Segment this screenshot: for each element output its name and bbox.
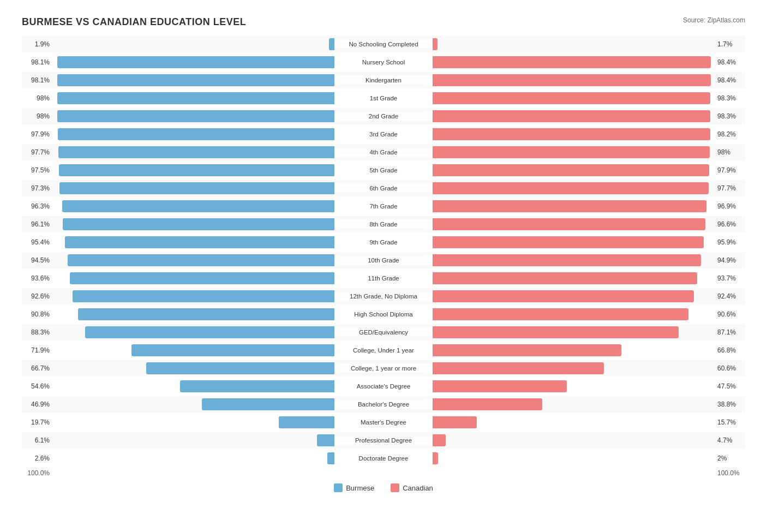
left-value: 97.7% — [22, 148, 52, 156]
right-bar — [433, 56, 711, 68]
bar-row: 97.3% 6th Grade 97.7% — [22, 180, 745, 196]
right-bar — [433, 416, 477, 428]
left-bar — [327, 452, 334, 464]
left-value: 96.1% — [22, 220, 52, 228]
left-value: 54.6% — [22, 382, 52, 390]
left-value: 98.1% — [22, 76, 52, 84]
right-bar — [433, 236, 704, 248]
left-value: 90.8% — [22, 310, 52, 318]
right-bar-container — [433, 146, 715, 158]
left-bar-container — [52, 326, 334, 338]
right-value: 96.9% — [715, 202, 745, 210]
bar-row: 1.9% No Schooling Completed 1.7% — [22, 36, 745, 52]
left-bar-container — [52, 380, 334, 392]
left-value: 97.5% — [22, 166, 52, 174]
left-value: 19.7% — [22, 419, 52, 426]
right-bar-container — [433, 362, 715, 374]
left-bar-container — [52, 416, 334, 428]
left-bar — [68, 254, 335, 266]
left-bar — [57, 110, 334, 122]
bar-row: 93.6% 11th Grade 93.7% — [22, 270, 745, 286]
right-bar — [433, 110, 710, 122]
right-bar — [433, 326, 679, 338]
right-bar — [433, 380, 567, 392]
bar-row: 6.1% Professional Degree 4.7% — [22, 432, 745, 449]
left-bar-container — [52, 200, 334, 212]
axis-row: 100.0% 100.0% — [22, 469, 745, 477]
left-bar — [63, 218, 334, 230]
left-bar-container — [52, 56, 334, 68]
left-bar-container — [52, 218, 334, 230]
center-label: Bachelor's Degree — [334, 400, 433, 409]
left-bar-container — [52, 236, 334, 248]
legend-canadian-label: Canadian — [403, 484, 433, 492]
left-bar-container — [52, 362, 334, 374]
left-bar — [57, 92, 334, 104]
center-label: No Schooling Completed — [334, 40, 433, 49]
right-bar — [433, 164, 709, 176]
right-bar-container — [433, 452, 715, 464]
left-value: 97.3% — [22, 184, 52, 192]
right-bar-container — [433, 236, 715, 248]
center-label: GED/Equivalency — [334, 328, 433, 337]
center-label: 9th Grade — [334, 238, 433, 247]
left-bar — [202, 398, 334, 410]
center-label: 5th Grade — [334, 166, 433, 175]
bar-row: 71.9% College, Under 1 year 66.8% — [22, 342, 745, 358]
right-bar — [433, 74, 711, 86]
right-bar-container — [433, 128, 715, 140]
bar-row: 88.3% GED/Equivalency 87.1% — [22, 324, 745, 340]
left-bar-container — [52, 398, 334, 410]
right-bar — [433, 290, 694, 302]
chart-legend: Burmese Canadian — [22, 483, 745, 492]
chart-title: BURMESE VS CANADIAN EDUCATION LEVEL — [22, 16, 246, 28]
left-bar — [279, 416, 334, 428]
bar-row: 97.9% 3rd Grade 98.2% — [22, 126, 745, 142]
right-bar-container — [433, 38, 715, 50]
left-bar-container — [52, 344, 334, 356]
left-bar — [59, 164, 334, 176]
right-value: 98.4% — [715, 76, 745, 84]
left-value: 2.6% — [22, 455, 52, 462]
right-bar-container — [433, 182, 715, 194]
left-value: 98% — [22, 112, 52, 120]
left-bar-container — [52, 164, 334, 176]
right-bar-container — [433, 344, 715, 356]
left-bar-container — [52, 128, 334, 140]
right-bar-container — [433, 380, 715, 392]
right-bar-container — [433, 74, 715, 86]
axis-left-label: 100.0% — [22, 469, 52, 477]
left-bar-container — [52, 308, 334, 320]
left-value: 6.1% — [22, 437, 52, 444]
left-value: 98.1% — [22, 58, 52, 66]
left-bar-container — [52, 110, 334, 122]
left-bar — [78, 308, 334, 320]
right-value: 92.4% — [715, 292, 745, 300]
right-bar — [433, 92, 710, 104]
left-bar — [146, 362, 335, 374]
left-value: 88.3% — [22, 328, 52, 336]
right-bar — [433, 200, 706, 212]
right-bar — [433, 434, 446, 446]
center-label: 1st Grade — [334, 94, 433, 103]
right-bar-container — [433, 254, 715, 266]
left-bar-container — [52, 92, 334, 104]
left-value: 97.9% — [22, 130, 52, 138]
bar-row: 97.5% 5th Grade 97.9% — [22, 162, 745, 178]
right-bar — [433, 146, 710, 158]
right-value: 97.9% — [715, 166, 745, 174]
left-bar-container — [52, 290, 334, 302]
left-bar-container — [52, 38, 334, 50]
legend-item-burmese: Burmese — [334, 483, 374, 492]
center-label: 8th Grade — [334, 220, 433, 229]
right-bar — [433, 218, 705, 230]
right-bar-container — [433, 56, 715, 68]
right-value: 47.5% — [715, 382, 745, 390]
right-value: 90.6% — [715, 310, 745, 318]
left-value: 93.6% — [22, 274, 52, 282]
bar-row: 96.1% 8th Grade 96.6% — [22, 216, 745, 232]
left-value: 95.4% — [22, 238, 52, 246]
chart-header: BURMESE VS CANADIAN EDUCATION LEVEL Sour… — [22, 16, 745, 28]
left-bar-container — [52, 272, 334, 284]
center-label: Associate's Degree — [334, 382, 433, 391]
